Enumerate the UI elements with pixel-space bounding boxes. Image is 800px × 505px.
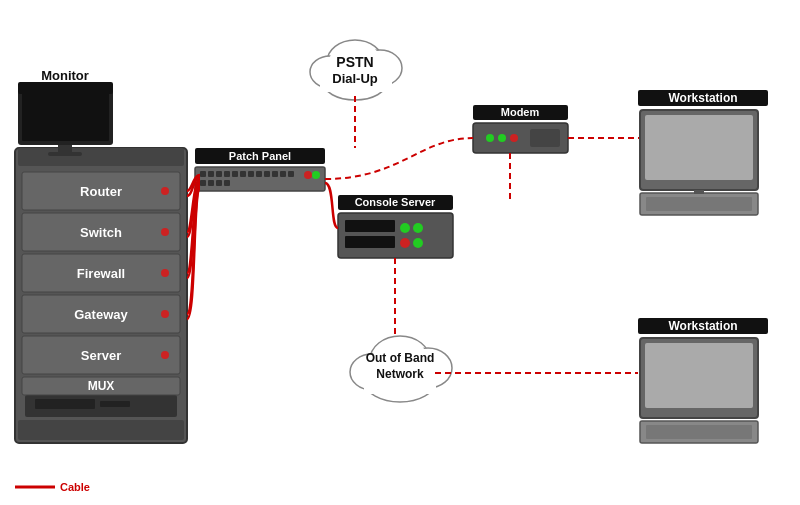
rack-mux-label: MUX bbox=[88, 379, 115, 393]
svg-point-56 bbox=[510, 134, 518, 142]
svg-point-40 bbox=[304, 171, 312, 179]
monitor-label: Monitor bbox=[41, 68, 89, 83]
svg-point-64 bbox=[400, 223, 410, 233]
svg-rect-39 bbox=[224, 180, 230, 186]
workstation2-label: Workstation bbox=[668, 319, 737, 333]
svg-rect-24 bbox=[200, 171, 206, 177]
svg-rect-21 bbox=[18, 82, 113, 94]
svg-rect-27 bbox=[224, 171, 230, 177]
svg-point-67 bbox=[413, 238, 423, 248]
rack-gateway-label: Gateway bbox=[74, 307, 128, 322]
pstn-label-line1: PSTN bbox=[336, 54, 373, 70]
svg-rect-63 bbox=[345, 236, 395, 248]
svg-rect-26 bbox=[216, 171, 222, 177]
svg-rect-5 bbox=[100, 401, 130, 407]
svg-rect-81 bbox=[645, 115, 753, 180]
pstn-label-line2: Dial-Up bbox=[332, 71, 378, 86]
svg-rect-30 bbox=[248, 171, 254, 177]
svg-rect-38 bbox=[216, 180, 222, 186]
svg-rect-19 bbox=[58, 145, 72, 153]
svg-point-7 bbox=[161, 187, 169, 195]
svg-point-65 bbox=[413, 223, 423, 233]
rack-router-label: Router bbox=[80, 184, 122, 199]
svg-point-54 bbox=[486, 134, 494, 142]
network-diagram: Router Switch Firewall Gateway Server MU… bbox=[0, 0, 800, 505]
svg-rect-57 bbox=[530, 129, 560, 147]
svg-rect-62 bbox=[345, 220, 395, 232]
svg-rect-28 bbox=[232, 171, 238, 177]
rack-firewall-label: Firewall bbox=[77, 266, 125, 281]
svg-rect-83 bbox=[646, 197, 752, 211]
svg-rect-23 bbox=[195, 167, 325, 191]
svg-rect-32 bbox=[264, 171, 270, 177]
svg-rect-34 bbox=[280, 171, 286, 177]
svg-rect-18 bbox=[22, 93, 109, 141]
svg-rect-84 bbox=[694, 190, 704, 194]
oob-label-line2: Network bbox=[376, 367, 424, 381]
svg-rect-4 bbox=[35, 399, 95, 409]
rack-server-label: Server bbox=[81, 348, 121, 363]
patch-panel-label: Patch Panel bbox=[229, 150, 291, 162]
svg-point-11 bbox=[161, 269, 169, 277]
svg-rect-87 bbox=[645, 343, 753, 408]
svg-rect-37 bbox=[208, 180, 214, 186]
oob-label-line1: Out of Band bbox=[366, 351, 435, 365]
pstn-cloud: PSTN Dial-Up bbox=[310, 40, 402, 100]
svg-rect-89 bbox=[646, 425, 752, 439]
svg-rect-20 bbox=[48, 152, 82, 156]
svg-rect-1 bbox=[18, 148, 184, 166]
svg-rect-61 bbox=[338, 213, 453, 258]
svg-point-9 bbox=[161, 228, 169, 236]
svg-rect-33 bbox=[272, 171, 278, 177]
svg-point-13 bbox=[161, 310, 169, 318]
svg-point-15 bbox=[161, 351, 169, 359]
svg-rect-31 bbox=[256, 171, 262, 177]
svg-rect-25 bbox=[208, 171, 214, 177]
out-of-band-cloud: Out of Band Network bbox=[350, 336, 452, 402]
workstation1-label: Workstation bbox=[668, 91, 737, 105]
svg-rect-29 bbox=[240, 171, 246, 177]
modem-top-label: Modem bbox=[501, 106, 540, 118]
console-server-top-label: Console Server bbox=[355, 196, 436, 208]
svg-point-66 bbox=[400, 238, 410, 248]
svg-point-55 bbox=[498, 134, 506, 142]
svg-point-41 bbox=[312, 171, 320, 179]
svg-rect-35 bbox=[288, 171, 294, 177]
svg-rect-36 bbox=[200, 180, 206, 186]
legend-text: Cable bbox=[60, 481, 90, 493]
rack-switch-label: Switch bbox=[80, 225, 122, 240]
svg-rect-2 bbox=[18, 420, 184, 440]
